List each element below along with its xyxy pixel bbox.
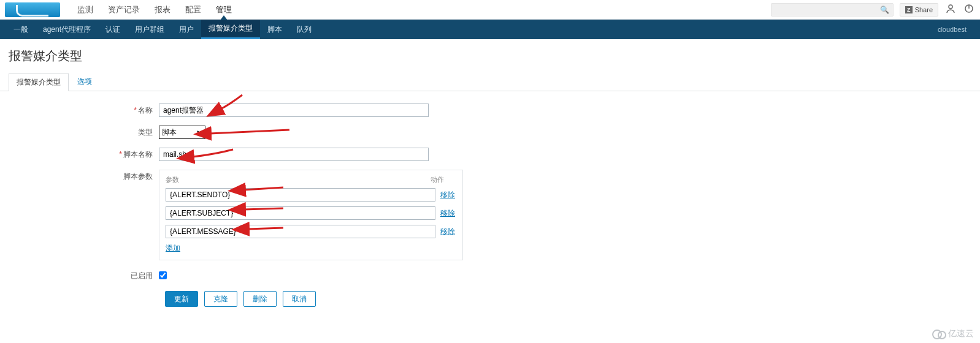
enabled-checkbox[interactable] xyxy=(159,271,167,279)
delete-button[interactable]: 删除 xyxy=(243,291,277,307)
share-button[interactable]: Z Share xyxy=(900,3,938,17)
param-input-3[interactable] xyxy=(166,225,435,238)
top-right: 🔍 Z Share xyxy=(771,3,975,17)
update-button[interactable]: 更新 xyxy=(165,291,198,307)
param-row: 移除 xyxy=(166,206,456,220)
clone-button[interactable]: 克隆 xyxy=(204,291,237,307)
param-input-2[interactable] xyxy=(166,206,435,220)
add-param-link[interactable]: 添加 xyxy=(166,244,180,252)
menu-monitor[interactable]: 监测 xyxy=(71,0,99,20)
form: *名称 类型 脚本 *脚本名称 脚本参数 参数 动作 移除 移除 xyxy=(0,91,980,319)
remove-param-2[interactable]: 移除 xyxy=(440,208,455,219)
global-search[interactable]: 🔍 xyxy=(771,3,894,17)
script-name-input[interactable] xyxy=(159,148,429,161)
type-select[interactable]: 脚本 xyxy=(159,126,205,139)
params-header-action: 动作 xyxy=(431,175,456,184)
org-label: cloudbest xyxy=(930,26,974,33)
watermark: 亿速云 xyxy=(932,328,974,339)
share-label: Share xyxy=(915,6,933,13)
params-header-param: 参数 xyxy=(166,175,431,184)
remove-param-1[interactable]: 移除 xyxy=(440,190,455,200)
sub-nav: 一般 agent代理程序 认证 用户群组 用户 报警媒介类型 脚本 队列 clo… xyxy=(0,20,980,39)
watermark-icon xyxy=(932,330,946,338)
label-script-params: 脚本参数 xyxy=(9,170,159,183)
label-script-name: *脚本名称 xyxy=(9,148,159,161)
subtab-mediatype[interactable]: 报警媒介类型 xyxy=(201,20,260,39)
param-row: 移除 xyxy=(166,188,456,202)
tab-options[interactable]: 选项 xyxy=(70,73,99,91)
label-type: 类型 xyxy=(9,126,159,139)
label-name: *名称 xyxy=(9,104,159,117)
logo xyxy=(5,2,60,17)
menu-inventory[interactable]: 资产记录 xyxy=(102,0,146,20)
menu-report[interactable]: 报表 xyxy=(148,0,177,20)
label-enabled: 已启用 xyxy=(9,269,159,282)
subtab-users[interactable]: 用户 xyxy=(172,20,201,39)
watermark-text: 亿速云 xyxy=(948,328,974,339)
subtab-groups[interactable]: 用户群组 xyxy=(128,20,172,39)
name-input[interactable] xyxy=(159,104,429,117)
subtab-general[interactable]: 一般 xyxy=(6,20,36,39)
param-input-1[interactable] xyxy=(166,188,435,202)
user-icon[interactable] xyxy=(944,4,957,15)
script-params-box: 参数 动作 移除 移除 移除 添加 xyxy=(159,170,463,260)
inner-tabs: 报警媒介类型 选项 xyxy=(0,73,980,91)
cancel-button[interactable]: 取消 xyxy=(283,291,316,307)
param-row: 移除 xyxy=(166,225,456,238)
power-icon[interactable] xyxy=(963,4,975,15)
search-icon: 🔍 xyxy=(880,6,889,14)
subtab-proxy[interactable]: agent代理程序 xyxy=(36,20,98,39)
remove-param-3[interactable]: 移除 xyxy=(440,227,455,237)
subtab-queue[interactable]: 队列 xyxy=(289,20,319,39)
share-icon: Z xyxy=(905,6,913,13)
tab-mediatype[interactable]: 报警媒介类型 xyxy=(9,73,69,91)
menu-config[interactable]: 配置 xyxy=(179,0,207,20)
subtab-scripts[interactable]: 脚本 xyxy=(260,20,289,39)
menu-admin[interactable]: 管理 xyxy=(210,0,238,20)
svg-point-0 xyxy=(949,5,952,9)
page-title: 报警媒介类型 xyxy=(0,39,980,67)
subtab-auth[interactable]: 认证 xyxy=(98,20,128,39)
main-menu: 监测 资产记录 报表 配置 管理 xyxy=(71,0,238,20)
form-buttons: 更新 克隆 删除 取消 xyxy=(165,291,971,307)
top-nav: 监测 资产记录 报表 配置 管理 🔍 Z Share xyxy=(0,0,980,20)
